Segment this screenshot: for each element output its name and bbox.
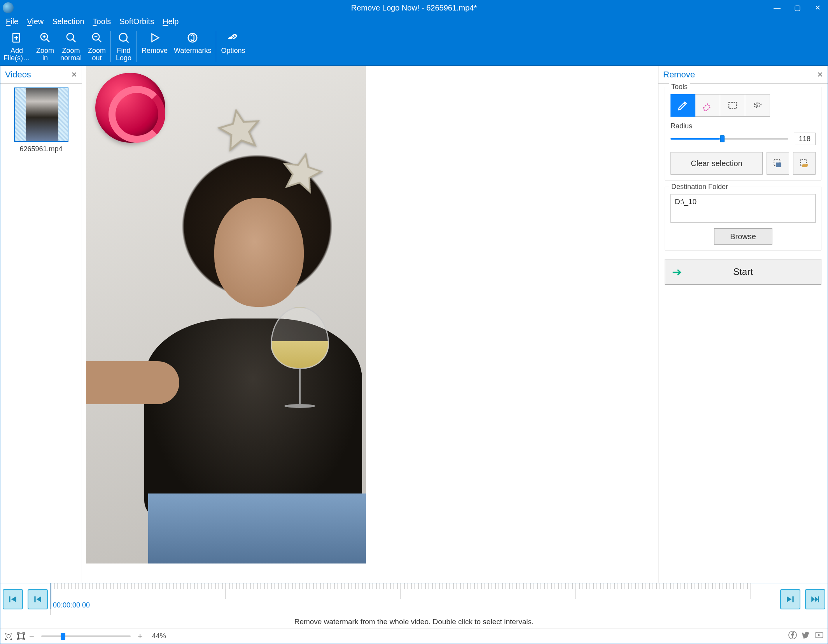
find-logo-button[interactable]: Find Logo (112, 28, 135, 65)
menu-view[interactable]: View (27, 17, 44, 26)
radius-slider[interactable] (670, 138, 788, 140)
start-button[interactable]: ➔ Start (665, 259, 821, 285)
rewind-start-button[interactable] (3, 589, 23, 609)
start-arrow-icon: ➔ (672, 265, 682, 279)
actual-size-icon[interactable] (17, 632, 25, 640)
videos-panel-close[interactable]: ✕ (71, 70, 77, 79)
svg-marker-26 (37, 596, 41, 602)
svg-rect-31 (818, 596, 819, 602)
svg-point-12 (119, 33, 127, 41)
timeline: 00:00:00 00 (0, 583, 828, 615)
status-bar: − + 44% (0, 628, 828, 644)
step-forward-button[interactable] (780, 589, 800, 609)
play-icon (149, 30, 161, 46)
svg-marker-29 (811, 596, 815, 602)
star-decoration (215, 105, 264, 154)
zoom-in-icon (39, 30, 51, 46)
menu-selection[interactable]: Selection (52, 17, 84, 26)
svg-marker-36 (818, 634, 821, 636)
app-icon (3, 2, 14, 13)
options-button[interactable]: Options (218, 28, 248, 65)
svg-marker-27 (787, 596, 791, 602)
svg-point-32 (7, 634, 10, 638)
svg-line-10 (98, 39, 102, 42)
add-files-icon (11, 30, 23, 46)
menu-softorbits[interactable]: SoftOrbits (119, 17, 154, 26)
browse-button[interactable]: Browse (714, 228, 772, 245)
remove-button[interactable]: Remove (138, 28, 171, 65)
tools-group-title: Tools (669, 83, 690, 91)
add-files-button[interactable]: Add File(s)… (0, 28, 33, 65)
svg-point-7 (67, 33, 74, 40)
videos-panel-header: Videos ✕ (0, 66, 82, 84)
maximize-button[interactable]: ▢ (787, 0, 807, 15)
svg-rect-23 (9, 596, 10, 602)
svg-rect-19 (729, 103, 737, 108)
remove-panel: Remove ✕ Tools Radius (658, 66, 828, 583)
find-logo-icon (118, 30, 130, 46)
lasso-tool[interactable] (745, 94, 770, 117)
video-filename: 6265961.mp4 (19, 145, 62, 153)
preview-canvas[interactable] (82, 66, 658, 583)
fit-screen-icon[interactable] (4, 632, 13, 640)
remove-panel-header: Remove ✕ (658, 66, 828, 84)
zoom-out-icon (91, 30, 103, 46)
zoom-in-button[interactable]: Zoom in (33, 28, 57, 65)
main-area: Videos ✕ 6265961.mp4 (0, 66, 828, 583)
menu-bar: File View Selection Tools SoftOrbits Hel… (0, 15, 828, 28)
minimize-button[interactable]: ― (767, 0, 787, 15)
timeline-hint: Remove watermark from the whole video. D… (0, 615, 828, 628)
timeline-track[interactable]: 00:00:00 00 (50, 583, 778, 615)
options-icon (227, 30, 239, 46)
svg-point-16 (234, 34, 237, 37)
menu-tools[interactable]: Tools (93, 17, 111, 26)
zoom-percent: 44% (152, 632, 166, 640)
toolbar-separator (110, 31, 111, 62)
menu-help[interactable]: Help (163, 17, 179, 26)
save-selection-button[interactable] (767, 152, 789, 175)
facebook-icon[interactable] (788, 630, 797, 642)
svg-line-4 (47, 39, 50, 42)
close-button[interactable]: ✕ (807, 0, 828, 15)
twitter-icon[interactable] (801, 630, 810, 642)
toolbar-separator (137, 31, 137, 62)
forward-end-button[interactable] (805, 589, 825, 609)
svg-rect-33 (19, 634, 24, 639)
svg-marker-24 (11, 596, 16, 602)
clear-selection-button[interactable]: Clear selection (670, 152, 763, 175)
radius-value[interactable]: 118 (794, 133, 816, 145)
remove-panel-close[interactable]: ✕ (817, 70, 823, 79)
zoom-slider[interactable] (41, 635, 131, 637)
video-thumbnail[interactable] (14, 88, 68, 142)
watermarks-button[interactable]: Watermarks (171, 28, 214, 65)
marker-tool[interactable] (670, 94, 695, 117)
zoom-normal-button[interactable]: Zoom normal (57, 28, 85, 65)
rectangle-select-tool[interactable] (720, 94, 745, 117)
zoom-minus[interactable]: − (29, 631, 34, 641)
watermarks-icon (187, 30, 198, 46)
destination-path[interactable]: D:\_10 (670, 194, 816, 223)
youtube-icon[interactable] (814, 630, 824, 642)
remove-panel-title: Remove (663, 70, 695, 80)
load-selection-button[interactable] (793, 152, 816, 175)
svg-line-13 (126, 40, 128, 42)
video-frame (86, 66, 366, 564)
zoom-normal-icon (65, 30, 77, 46)
svg-marker-18 (280, 150, 324, 193)
eraser-tool[interactable] (695, 94, 720, 117)
destination-label: Destination Folder (669, 183, 730, 191)
star-decoration (278, 149, 326, 197)
zoom-out-button[interactable]: Zoom out (85, 28, 109, 65)
destination-group: Destination Folder D:\_10 Browse (665, 187, 821, 250)
toolbar: Add File(s)… Zoom in Zoom normal Zoom ou… (0, 28, 828, 66)
svg-rect-21 (776, 163, 781, 167)
svg-rect-25 (34, 596, 35, 602)
svg-marker-17 (217, 107, 262, 151)
timeline-cursor[interactable] (51, 583, 51, 609)
step-back-button[interactable] (28, 589, 48, 609)
toolbar-separator (216, 31, 216, 62)
svg-rect-28 (792, 596, 793, 602)
zoom-plus[interactable]: + (138, 631, 143, 641)
window-title: Remove Logo Now! - 6265961.mp4* (351, 4, 477, 12)
menu-file[interactable]: File (6, 17, 18, 26)
